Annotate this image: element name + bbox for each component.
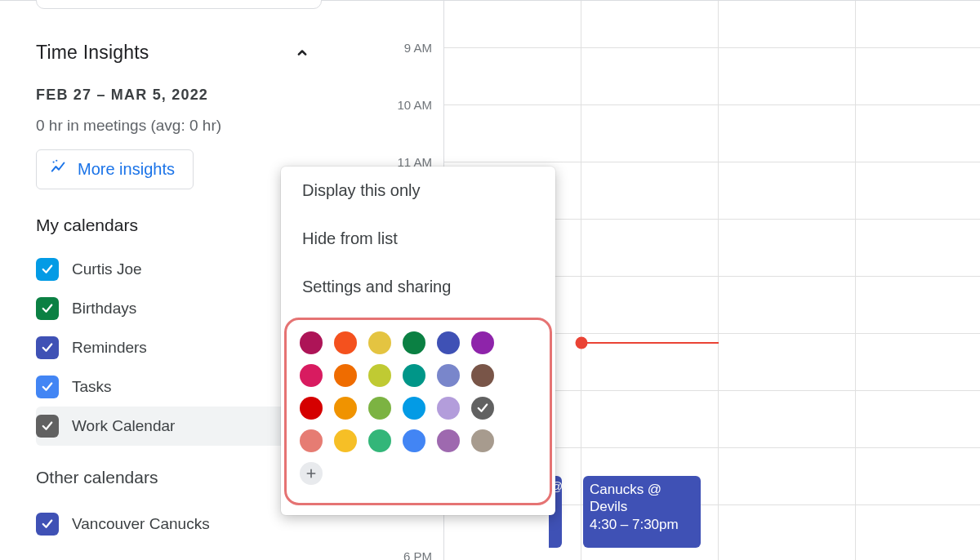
color-swatch[interactable]	[334, 364, 357, 387]
color-swatch[interactable]	[403, 364, 425, 387]
color-swatch[interactable]	[334, 429, 357, 452]
date-range-text: FEB 27 – MAR 5, 2022	[36, 87, 350, 104]
color-picker	[284, 318, 552, 505]
color-swatch[interactable]	[437, 364, 460, 387]
event-time: 4:30 – 7:30pm	[590, 516, 694, 533]
calendar-checkbox[interactable]	[36, 513, 59, 536]
other-calendars-title: Other calendars	[36, 468, 158, 487]
calendar-checkbox[interactable]	[36, 376, 59, 398]
color-swatch[interactable]	[471, 331, 494, 354]
calendar-label: Reminders	[72, 339, 310, 357]
color-swatch[interactable]	[368, 429, 391, 452]
calendar-label: Work Calendar	[72, 417, 310, 435]
event-title: Canucks @ Devils	[590, 481, 694, 516]
color-swatch[interactable]	[403, 429, 425, 452]
color-swatch[interactable]	[437, 397, 460, 420]
hour-line	[444, 162, 980, 162]
time-label: 10 AM	[397, 98, 432, 112]
color-swatch[interactable]	[368, 331, 391, 354]
insights-icon	[50, 158, 68, 180]
color-swatch[interactable]	[334, 331, 357, 354]
svg-point-1	[56, 160, 57, 162]
time-insights-header[interactable]: Time Insights	[36, 42, 350, 64]
menu-item-hide-from-list[interactable]: Hide from list	[281, 215, 555, 263]
color-swatch[interactable]	[300, 429, 323, 452]
color-swatch[interactable]	[471, 364, 494, 387]
color-swatch[interactable]	[334, 397, 357, 420]
calendar-label: Vancouver Canucks	[72, 515, 310, 533]
svg-point-0	[52, 161, 54, 162]
meetings-summary-text: 0 hr in meetings (avg: 0 hr)	[36, 117, 350, 135]
more-insights-label: More insights	[78, 160, 175, 179]
time-insights-title: Time Insights	[36, 42, 149, 64]
more-insights-button[interactable]: More insights	[36, 149, 194, 189]
time-label: 9 AM	[404, 41, 432, 55]
color-swatch[interactable]	[368, 397, 391, 420]
color-swatch[interactable]	[300, 397, 323, 420]
time-label: 6 PM	[403, 549, 432, 561]
now-indicator-dot	[576, 337, 588, 349]
calendar-checkbox[interactable]	[36, 297, 59, 320]
color-swatch[interactable]	[471, 397, 494, 420]
calendar-checkbox[interactable]	[36, 415, 59, 438]
color-swatch[interactable]	[471, 429, 494, 452]
calendar-checkbox[interactable]	[36, 258, 59, 281]
day-column[interactable]	[856, 1, 980, 560]
color-swatch[interactable]	[437, 429, 460, 452]
hour-line	[444, 104, 980, 105]
chevron-up-icon	[294, 45, 310, 61]
hour-line	[444, 47, 980, 48]
calendar-context-menu: Display this only Hide from list Setting…	[281, 167, 555, 515]
calendar-label: Birthdays	[72, 300, 310, 318]
color-swatch[interactable]	[368, 364, 391, 387]
now-indicator-line	[581, 342, 719, 344]
color-swatch[interactable]	[403, 331, 425, 354]
add-custom-color-button[interactable]	[300, 462, 323, 485]
color-swatch[interactable]	[300, 331, 323, 354]
menu-item-settings-sharing[interactable]: Settings and sharing	[281, 263, 555, 311]
color-swatch[interactable]	[403, 397, 425, 420]
calendar-label: Tasks	[72, 378, 310, 396]
menu-item-display-only[interactable]: Display this only	[281, 167, 555, 215]
color-swatch[interactable]	[300, 364, 323, 387]
calendar-label: Curtis Joe	[72, 260, 310, 278]
calendar-checkbox[interactable]	[36, 336, 59, 359]
search-people-pill[interactable]	[36, 0, 322, 9]
calendar-event[interactable]: Canucks @ Devils 4:30 – 7:30pm	[583, 476, 701, 548]
day-column[interactable]	[719, 1, 856, 560]
color-swatch[interactable]	[437, 331, 460, 354]
